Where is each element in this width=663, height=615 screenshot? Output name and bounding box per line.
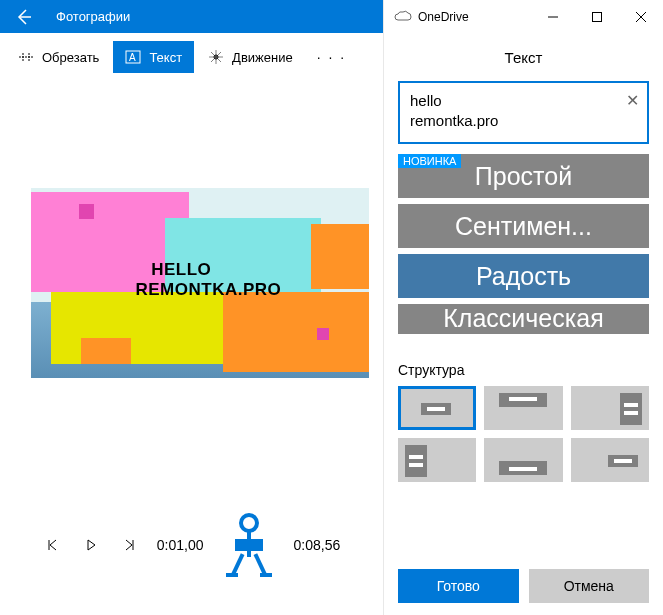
layout-bottom[interactable]: [484, 438, 562, 482]
total-time: 0:08,56: [294, 537, 341, 553]
svg-rect-7: [593, 12, 602, 21]
style-list: НОВИНКА Простой Сентимен... Радость Клас…: [398, 154, 649, 334]
text-input[interactable]: [410, 91, 617, 130]
style-classic[interactable]: Классическая: [398, 304, 649, 334]
button-label: Готово: [437, 578, 480, 594]
panel-title: Текст: [384, 33, 663, 81]
layout-center[interactable]: [398, 386, 476, 430]
current-time: 0:01,00: [157, 537, 204, 553]
style-label: Простой: [475, 162, 572, 191]
titlebar-right: OneDrive: [384, 0, 663, 33]
style-joy[interactable]: Радость: [398, 254, 649, 298]
back-button[interactable]: [0, 0, 48, 33]
clear-input-button[interactable]: ✕: [626, 91, 639, 110]
crop-button[interactable]: Обрезать: [6, 41, 111, 73]
crop-icon: [18, 49, 34, 65]
play-button[interactable]: [81, 535, 101, 555]
prev-frame-button[interactable]: [43, 535, 63, 555]
cancel-button[interactable]: Отмена: [529, 569, 650, 603]
scrubber-handle[interactable]: [222, 513, 276, 577]
titlebar-left: Фотографии: [0, 0, 383, 33]
svg-text:A: A: [129, 52, 136, 63]
text-input-wrap: ✕: [398, 81, 649, 144]
style-simple[interactable]: НОВИНКА Простой: [398, 154, 649, 198]
canvas-overlay-text: HELLO REMONTKA.PRO: [136, 260, 282, 300]
motion-icon: [208, 49, 224, 65]
app-title-left: Фотографии: [48, 9, 130, 24]
layout-left[interactable]: [398, 438, 476, 482]
layout-section-label: Структура: [398, 362, 649, 378]
style-label: Классическая: [443, 304, 603, 333]
app-title-right: OneDrive: [412, 10, 469, 24]
footer: Готово Отмена: [384, 557, 663, 615]
maximize-button[interactable]: [575, 0, 619, 33]
text-icon: A: [125, 49, 141, 65]
toolbar: Обрезать A Текст Движение · · ·: [0, 33, 383, 81]
playback-controls: 0:01,00 0:08,56: [0, 475, 383, 615]
more-button[interactable]: · · ·: [307, 41, 356, 73]
style-sentimental[interactable]: Сентимен...: [398, 204, 649, 248]
minimize-button[interactable]: [531, 0, 575, 33]
canvas-area: HELLO REMONTKA.PRO: [0, 81, 383, 475]
onedrive-icon: [394, 8, 412, 26]
close-button[interactable]: [619, 0, 663, 33]
tool-label: Обрезать: [42, 50, 99, 65]
new-badge: НОВИНКА: [398, 154, 461, 168]
text-button[interactable]: A Текст: [113, 41, 194, 73]
tool-label: Текст: [149, 50, 182, 65]
layout-right[interactable]: [571, 386, 649, 430]
motion-button[interactable]: Движение: [196, 41, 305, 73]
layout-top[interactable]: [484, 386, 562, 430]
tool-label: Движение: [232, 50, 293, 65]
next-frame-button[interactable]: [119, 535, 139, 555]
style-label: Сентимен...: [455, 212, 592, 241]
layout-grid: [398, 386, 649, 482]
layout-right-center[interactable]: [571, 438, 649, 482]
done-button[interactable]: Готово: [398, 569, 519, 603]
preview-canvas[interactable]: HELLO REMONTKA.PRO: [31, 188, 369, 378]
style-label: Радость: [476, 262, 571, 291]
button-label: Отмена: [564, 578, 614, 594]
